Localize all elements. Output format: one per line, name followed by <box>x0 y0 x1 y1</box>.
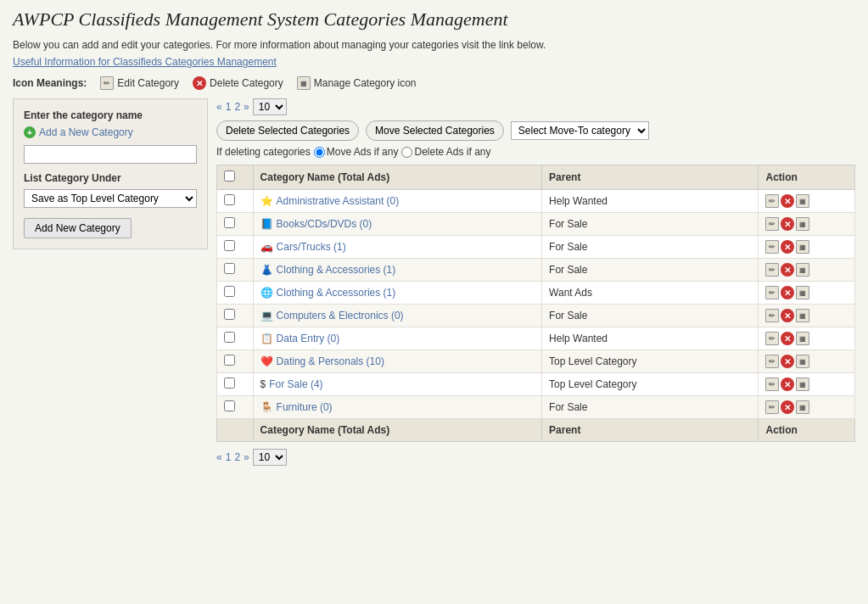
delete-selected-button[interactable]: Delete Selected Categories <box>216 120 359 141</box>
delete-category-icon[interactable]: ✕ <box>781 263 794 277</box>
delete-category-icon[interactable]: ✕ <box>781 355 794 368</box>
useful-link[interactable]: Useful Information for Classifieds Categ… <box>13 56 855 68</box>
row-checkbox-9[interactable] <box>224 378 235 389</box>
table-row: 🌐Clothing & Accessories (1)Want Ads✏✕▦ <box>217 282 855 305</box>
edit-icon-sample: ✏ <box>100 76 114 90</box>
manage-category-icon[interactable]: ▦ <box>796 240 809 254</box>
manage-category-icon[interactable]: ▦ <box>796 309 809 322</box>
category-link[interactable]: Furniture (0) <box>277 401 333 413</box>
row-checkbox-3[interactable] <box>224 240 235 251</box>
row-parent-cell: For Sale <box>542 305 759 327</box>
category-link[interactable]: Computers & Electronics (0) <box>277 310 404 322</box>
pagination-page2-top[interactable]: 2 <box>234 101 240 113</box>
category-link[interactable]: Clothing & Accessories (1) <box>277 264 396 276</box>
row-action-cell: ✏✕▦ <box>759 259 855 282</box>
table-row: 👗Clothing & Accessories (1)For Sale✏✕▦ <box>217 259 855 282</box>
row-name-cell: 🌐Clothing & Accessories (1) <box>253 282 542 305</box>
delete-category-icon[interactable]: ✕ <box>781 217 794 231</box>
delete-category-icon[interactable]: ✕ <box>781 240 794 254</box>
pagination-prev-top[interactable]: « <box>216 101 222 113</box>
row-action-cell: ✏✕▦ <box>759 213 855 236</box>
edit-category-icon[interactable]: ✏ <box>765 400 779 414</box>
row-name-cell: $For Sale (4) <box>253 373 542 396</box>
category-link[interactable]: Cars/Trucks (1) <box>277 241 346 253</box>
delete-category-icon[interactable]: ✕ <box>781 286 794 299</box>
manage-category-icon[interactable]: ▦ <box>796 286 809 299</box>
move-ads-option[interactable]: Move Ads if any <box>314 146 399 158</box>
row-parent-cell: Help Wanted <box>542 190 759 213</box>
action-icons: ✏✕▦ <box>765 286 848 299</box>
row-checkbox-2[interactable] <box>224 217 235 228</box>
manage-category-icon[interactable]: ▦ <box>796 263 809 277</box>
edit-category-icon[interactable]: ✏ <box>765 309 779 322</box>
row-checkbox-7[interactable] <box>224 332 235 343</box>
per-page-select-bottom[interactable]: 10 20 50 <box>253 449 287 466</box>
move-selected-button[interactable]: Move Selected Categories <box>366 120 504 141</box>
delete-notice-prefix: If deleting categories <box>216 146 311 158</box>
edit-category-icon[interactable]: ✏ <box>765 217 779 231</box>
table-row: 🪑Furniture (0)For Sale✏✕▦ <box>217 396 855 419</box>
row-checkbox-5[interactable] <box>224 286 235 297</box>
row-checkbox-cell <box>217 213 254 236</box>
category-link[interactable]: Data Entry (0) <box>277 333 340 344</box>
th-category-name: Category Name (Total Ads) <box>253 165 542 190</box>
th-action-label: Action <box>765 171 797 183</box>
edit-category-icon[interactable]: ✏ <box>765 263 779 277</box>
pagination-page2-bottom[interactable]: 2 <box>234 451 240 463</box>
delete-ads-radio[interactable] <box>401 147 412 158</box>
pagination-next-top[interactable]: » <box>244 101 249 113</box>
row-checkbox-cell <box>217 305 254 327</box>
row-checkbox-1[interactable] <box>224 194 235 205</box>
row-checkbox-4[interactable] <box>224 263 235 274</box>
icon-delete-label: Delete Category <box>210 77 283 89</box>
row-action-cell: ✏✕▦ <box>759 396 855 419</box>
category-name-label: Enter the category name <box>24 109 197 121</box>
manage-category-icon[interactable]: ▦ <box>796 332 809 345</box>
icon-meaning-edit: ✏ Edit Category <box>100 76 179 90</box>
row-checkbox-8[interactable] <box>224 355 235 366</box>
edit-category-icon[interactable]: ✏ <box>765 378 779 391</box>
category-link[interactable]: Clothing & Accessories (1) <box>277 287 396 299</box>
delete-ads-option[interactable]: Delete Ads if any <box>401 146 490 158</box>
row-checkbox-6[interactable] <box>224 309 235 320</box>
delete-category-icon[interactable]: ✕ <box>781 378 794 391</box>
delete-category-icon[interactable]: ✕ <box>781 332 794 345</box>
pagination-page1-top[interactable]: 1 <box>226 101 232 113</box>
category-link[interactable]: For Sale (4) <box>269 378 322 390</box>
manage-category-icon[interactable]: ▦ <box>796 400 809 414</box>
action-icons: ✏✕▦ <box>765 355 848 368</box>
pagination-prev-bottom[interactable]: « <box>216 451 222 463</box>
manage-category-icon[interactable]: ▦ <box>796 217 809 231</box>
category-link[interactable]: Books/CDs/DVDs (0) <box>277 218 372 230</box>
edit-category-icon[interactable]: ✏ <box>765 332 779 345</box>
category-icon: 📋 <box>260 333 273 344</box>
add-new-category-link[interactable]: + Add a New Category <box>24 126 197 138</box>
manage-category-icon[interactable]: ▦ <box>796 194 809 208</box>
edit-category-icon[interactable]: ✏ <box>765 286 779 299</box>
categories-table: Category Name (Total Ads) Parent Action … <box>216 165 855 442</box>
manage-category-icon[interactable]: ▦ <box>796 355 809 368</box>
row-checkbox-10[interactable] <box>224 400 235 411</box>
manage-category-icon[interactable]: ▦ <box>796 378 809 391</box>
category-link[interactable]: Administrative Assistant (0) <box>277 195 400 207</box>
category-link[interactable]: Dating & Personals (10) <box>277 355 384 367</box>
delete-category-icon[interactable]: ✕ <box>781 194 794 208</box>
pagination-next-bottom[interactable]: » <box>244 451 249 463</box>
per-page-select-top[interactable]: 10 20 50 <box>253 98 287 115</box>
add-new-category-button[interactable]: Add New Category <box>24 218 132 238</box>
select-all-checkbox[interactable] <box>224 171 235 182</box>
row-checkbox-cell <box>217 282 254 305</box>
delete-category-icon[interactable]: ✕ <box>781 400 794 414</box>
category-name-input[interactable] <box>24 145 197 164</box>
icon-meaning-delete: ✕ Delete Category <box>193 76 283 90</box>
edit-category-icon[interactable]: ✏ <box>765 355 779 368</box>
category-parent-select[interactable]: Save as Top Level Category <box>24 189 197 208</box>
pagination-page1-bottom[interactable]: 1 <box>226 451 232 463</box>
row-name-cell: 💻Computers & Electronics (0) <box>253 305 542 327</box>
edit-category-icon[interactable]: ✏ <box>765 194 779 208</box>
move-to-category-select[interactable]: Select Move-To category <box>511 121 649 140</box>
move-ads-radio[interactable] <box>314 147 325 158</box>
edit-category-icon[interactable]: ✏ <box>765 240 779 254</box>
table-row: 💻Computers & Electronics (0)For Sale✏✕▦ <box>217 305 855 327</box>
delete-category-icon[interactable]: ✕ <box>781 309 794 322</box>
